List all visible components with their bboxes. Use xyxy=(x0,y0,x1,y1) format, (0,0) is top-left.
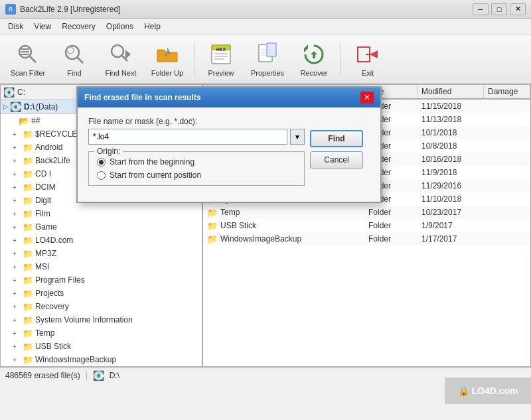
dialog-origin-group: Origin: Start from the beginning Start f… xyxy=(88,151,305,186)
dialog-main-row: File name or mask (e.g. *.doc): ▼ Origin… xyxy=(88,117,370,192)
find-dialog: Find erased file in scan results ✕ File … xyxy=(76,86,382,203)
radio-current-row: Start from current position xyxy=(97,171,296,180)
dialog-filename-row: File name or mask (e.g. *.doc): ▼ xyxy=(88,117,305,145)
dialog-inputs-area: File name or mask (e.g. *.doc): ▼ Origin… xyxy=(88,117,305,192)
radio-beginning[interactable] xyxy=(97,158,106,167)
dialog-overlay: Find erased file in scan results ✕ File … xyxy=(0,0,531,420)
dialog-cancel-button[interactable]: Cancel xyxy=(310,151,363,169)
dialog-dropdown-button[interactable]: ▼ xyxy=(290,129,305,145)
dialog-title-bar: Find erased file in scan results ✕ xyxy=(78,88,380,107)
dialog-filename-input[interactable] xyxy=(88,129,287,145)
dialog-origin-label: Origin: xyxy=(94,147,123,156)
radio-current-label: Start from current position xyxy=(110,171,201,180)
radio-beginning-row: Start from the beginning xyxy=(97,157,296,167)
dialog-input-row: ▼ xyxy=(88,129,305,145)
dialog-title: Find erased file in scan results xyxy=(84,93,200,102)
dialog-find-button[interactable]: Find xyxy=(310,130,363,147)
dialog-buttons-area: Find Cancel xyxy=(310,117,370,192)
dialog-body: File name or mask (e.g. *.doc): ▼ Origin… xyxy=(78,107,380,202)
radio-current[interactable] xyxy=(97,171,106,180)
radio-beginning-label: Start from the beginning xyxy=(110,157,194,167)
dialog-filename-label: File name or mask (e.g. *.doc): xyxy=(88,117,305,126)
dialog-close-button[interactable]: ✕ xyxy=(360,92,374,104)
